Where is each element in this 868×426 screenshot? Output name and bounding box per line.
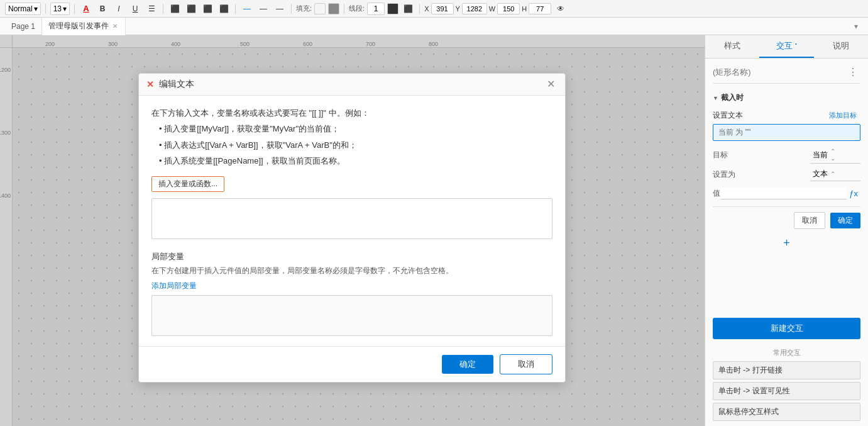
insert-var-btn[interactable]: 插入变量或函数... [151, 176, 224, 192]
section-title: 截入时 [713, 89, 860, 107]
panel-tab-style[interactable]: 样式 [705, 35, 759, 58]
align-right-btn[interactable]: ⬛ [201, 3, 214, 15]
action-label: 设置文本 [713, 110, 743, 121]
style-dropdown-label: Normal [8, 4, 33, 13]
local-var-section: 局部变量 在下方创建用于插入元件值的局部变量，局部变量名称必须是字母数字，不允许… [151, 251, 552, 291]
stroke-width-input[interactable] [367, 3, 385, 15]
underline-btn[interactable]: U [128, 3, 142, 15]
set-to-select[interactable]: 文本 ⌃ [810, 167, 860, 181]
add-target-btn[interactable]: 添加目标 [825, 109, 860, 121]
align-center-btn[interactable]: ⬛ [184, 3, 198, 15]
bullet-1: 插入变量[[MyVar]]，获取变量"MyVar"的当前值； [151, 121, 552, 136]
cancel-confirm-row: 取消 确定 [713, 206, 860, 232]
local-var-title: 局部变量 [151, 251, 552, 262]
w-input[interactable] [497, 3, 520, 14]
fx-btn[interactable]: ƒx [847, 189, 860, 198]
shape-name-input[interactable] [713, 67, 845, 77]
canvas-area[interactable]: 200 300 400 500 600 700 800 1200 1300 14… [0, 35, 705, 426]
local-var-area[interactable] [151, 295, 552, 336]
set-to-row: 设置为 文本 ⌃ [713, 165, 860, 183]
fill-color-btn[interactable] [328, 3, 339, 14]
more-btn[interactable]: ⋮ [845, 66, 860, 78]
stroke-style-btn[interactable]: ⬛ [401, 3, 415, 15]
font-color-btn[interactable]: A [79, 3, 93, 15]
fill-label: 填充: [296, 4, 312, 13]
tab-events[interactable]: 管理母版引发事件 ✕ [42, 18, 126, 35]
common-title: 常用交互 [713, 348, 860, 357]
panel-tabs: 样式 交互 说明 [705, 35, 868, 59]
tab-events-close[interactable]: ✕ [111, 23, 119, 30]
italic-btn[interactable]: I [112, 3, 126, 15]
eye-btn[interactable]: 👁 [554, 3, 568, 15]
new-interaction-btn[interactable]: 新建交互 [713, 318, 860, 339]
font-size-label: 13 [53, 4, 62, 13]
line-style-btn2[interactable]: — [256, 3, 270, 15]
line-style-btn3[interactable]: — [273, 3, 287, 15]
stroke-color-btn[interactable] [387, 3, 398, 14]
dialog-cancel-btn[interactable]: 取消 [500, 354, 552, 374]
value-input[interactable] [720, 188, 847, 199]
dialog-footer: 确定 取消 [139, 346, 565, 382]
dialog-body: 在下方输入文本，变量名称或表达式要写在 "[[ ]]" 中。例如： 插入变量[[… [139, 96, 565, 346]
align-justify-btn[interactable]: ⬛ [217, 3, 231, 15]
modal-overlay: ✕ 编辑文本 ✕ 在下方输入文本，变量名称或表达式要写在 "[[ ]]" 中。例… [0, 35, 705, 426]
tabbar: Page 1 管理母版引发事件 ✕ ▾ [0, 18, 868, 35]
add-icon: + [783, 237, 790, 250]
dialog-titlebar: ✕ 编辑文本 ✕ [139, 74, 565, 96]
common-btn-2[interactable]: 鼠标悬停交互样式 [713, 403, 860, 421]
dialog-title: 编辑文本 [159, 79, 194, 90]
list-btn[interactable]: ☰ [145, 3, 158, 15]
instruction-text: 在下方输入文本，变量名称或表达式要写在 "[[ ]]" 中。例如： 插入变量[[… [151, 106, 552, 169]
add-local-var-link[interactable]: 添加局部变量 [151, 281, 552, 291]
align-left-btn[interactable]: ⬛ [168, 3, 182, 15]
tab-page1[interactable]: Page 1 [5, 18, 42, 35]
text-input-area[interactable] [151, 198, 552, 239]
bullet-3: 插入系统变量[[PageName]]，获取当前页面名称。 [151, 154, 552, 168]
font-size-dropdown[interactable]: 13 ▾ [50, 3, 70, 15]
target-chevron: ⌃⌄ [830, 148, 835, 162]
right-panel: 样式 交互 说明 ⋮ 截入时 设置文本 添加目标 [705, 35, 868, 426]
bold-btn[interactable]: B [96, 3, 109, 15]
panel-tab-note[interactable]: 说明 [814, 35, 868, 58]
sep4 [235, 4, 236, 14]
sep2 [74, 4, 75, 14]
style-dropdown[interactable]: Normal ▾ [5, 3, 41, 15]
action-row: 设置文本 添加目标 [713, 107, 860, 124]
stroke-label: 线段: [349, 4, 365, 13]
common-interactions: 常用交互 单击时 -> 打开链接 单击时 -> 设置可见性 鼠标悬停交互样式 [705, 345, 868, 426]
target-row: 目标 当前 ⌃⌄ [713, 145, 860, 165]
fill-none-btn[interactable] [314, 3, 326, 14]
panel-tab-interaction[interactable]: 交互 [759, 35, 813, 58]
target-select[interactable]: 当前 ⌃⌄ [810, 147, 860, 164]
set-to-value: 文本 [813, 169, 828, 179]
target-label: 目标 [713, 150, 728, 160]
common-btn-1[interactable]: 单击时 -> 设置可见性 [713, 382, 860, 400]
x-input[interactable] [431, 3, 454, 14]
x-label: X [424, 5, 429, 13]
set-to-chevron: ⌃ [830, 171, 835, 177]
x-coord: X Y W H [424, 3, 551, 14]
main-layout: 200 300 400 500 600 700 800 1200 1300 14… [0, 35, 868, 426]
scroll-right-btn[interactable]: ▾ [849, 20, 863, 33]
sep5 [291, 4, 292, 14]
line-style-btn1[interactable]: — [240, 3, 254, 15]
tab-events-label: 管理母版引发事件 [48, 21, 109, 31]
dialog-title-left: ✕ 编辑文本 [146, 79, 194, 90]
dialog-confirm-btn[interactable]: 确定 [442, 355, 493, 374]
common-btn-0[interactable]: 单击时 -> 打开链接 [713, 361, 860, 379]
sep7 [419, 4, 420, 14]
sep3 [163, 4, 163, 14]
sep6 [344, 4, 344, 14]
h-input[interactable] [529, 3, 551, 14]
current-val: 当前 为 "" [718, 128, 750, 137]
target-value: 当前 [813, 150, 828, 160]
add-icon-row[interactable]: + [713, 232, 860, 255]
y-input[interactable] [462, 3, 487, 14]
instruction-title: 在下方输入文本，变量名称或表达式要写在 "[[ ]]" 中。例如： [151, 106, 552, 120]
confirm-small-btn[interactable]: 确定 [830, 213, 860, 228]
cancel-small-btn[interactable]: 取消 [794, 212, 825, 229]
dialog-brand-icon: ✕ [146, 79, 154, 89]
font-size-arrow: ▾ [63, 4, 67, 13]
dialog-close-btn[interactable]: ✕ [544, 79, 558, 89]
w-label: W [489, 5, 495, 13]
